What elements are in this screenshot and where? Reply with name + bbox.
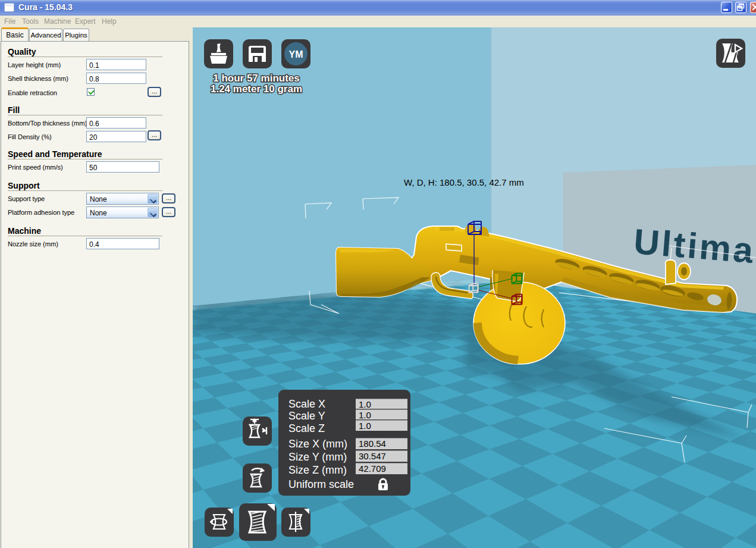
svg-text:W, D, H: 180.5, 30.5, 42.7 mm: W, D, H: 180.5, 30.5, 42.7 mm xyxy=(404,177,524,187)
svg-text:1 hour 57 minutes: 1 hour 57 minutes xyxy=(213,73,299,84)
svg-text:1.24 meter 10 gram: 1.24 meter 10 gram xyxy=(211,83,302,95)
svg-text:YM: YM xyxy=(289,49,303,60)
